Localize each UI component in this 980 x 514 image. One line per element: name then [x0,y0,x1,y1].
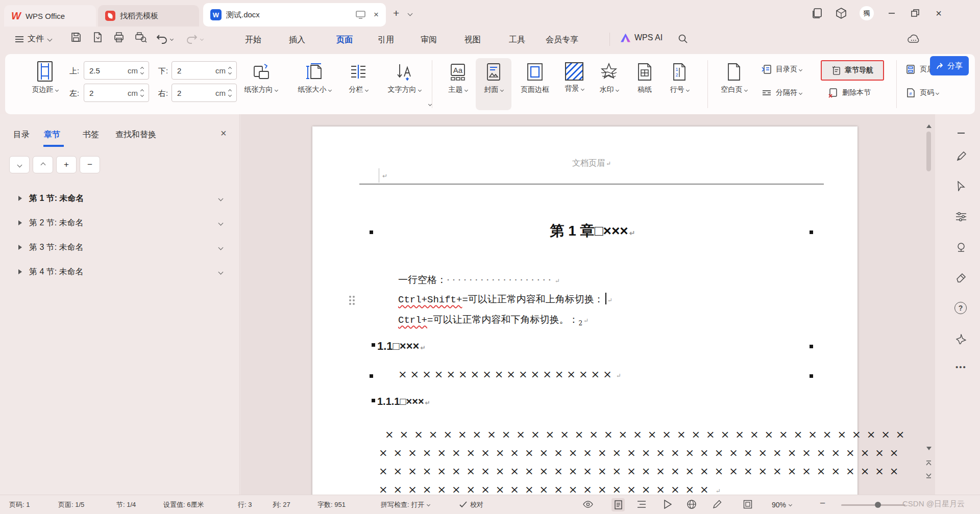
margin-right-input[interactable]: 2cm [172,84,237,102]
stepper-icon[interactable] [141,90,143,96]
body-line-subscript[interactable]: Ctrl+=可以让正常内容和下角标切换。：2↵ [398,313,589,327]
close-pane-icon[interactable]: × [220,127,227,139]
paragraph-line[interactable]: ×××××××××××××××××××××××××××××××××××× [379,465,904,477]
menu-item-reference[interactable]: 引用 [378,35,394,45]
menu-item-member[interactable]: 会员专享 [546,35,578,45]
zoom-out-button[interactable]: − [820,498,825,509]
expand-arrow-icon[interactable] [18,196,22,201]
section-item[interactable]: 第 2 节: 未命名 [0,211,240,235]
tab-wps-home[interactable]: W WPS Office [4,5,96,27]
section-item[interactable]: 第 1 节: 未命名 [0,187,240,210]
present-screen-icon[interactable] [356,11,365,19]
close-tab-icon[interactable]: × [374,10,379,20]
outline-view-icon[interactable] [637,500,646,508]
paper-orientation-button[interactable]: 纸张方向 [237,62,284,94]
collapse-toolbar-icon[interactable] [954,126,968,140]
settings-sliders-icon[interactable] [954,210,968,223]
section-menu-chevron-icon[interactable] [218,196,224,201]
body-line-spacing[interactable]: 一行空格：···················↵ [398,273,560,287]
section-menu-chevron-icon[interactable] [218,245,224,250]
page-view-icon[interactable] [611,498,625,511]
edit-mode-icon[interactable] [713,500,722,509]
menu-item-view[interactable]: 视图 [464,35,481,45]
blank-page-button[interactable]: 空白页 [716,62,752,94]
vertical-scrollbar[interactable] [925,114,933,495]
minimize-window-icon[interactable] [886,8,897,19]
page-header-text[interactable]: 文档页眉↵ [312,158,857,169]
delete-section-button[interactable]: 删除本节 [828,88,871,98]
app-box-icon[interactable] [835,7,847,19]
section-item[interactable]: 第 3 节: 未命名 [0,236,240,259]
menu-item-review[interactable]: 审阅 [421,35,437,45]
pane-tab-find-replace[interactable]: 查找和替换 [115,130,156,140]
share-button[interactable]: 分享 [930,56,969,75]
zoom-level[interactable]: 90% [772,501,792,509]
section-break-button[interactable]: 分隔符 [762,88,802,98]
help-icon[interactable]: ? [954,302,967,314]
previous-page-button[interactable] [925,460,932,467]
ribbon-expand-chevron-icon[interactable] [428,102,432,106]
navigate-icon[interactable] [954,332,968,346]
status-column[interactable]: 列: 27 [273,500,290,509]
status-page-number[interactable]: 页码: 1 [9,500,30,509]
section-menu-chevron-icon[interactable] [218,269,224,274]
status-setting-value[interactable]: 设置值: 6厘米 [163,500,204,509]
page-margins-button[interactable]: 页边距 [29,61,61,94]
remove-section-button[interactable]: − [80,156,100,173]
columns-button[interactable]: 分栏 [340,62,377,94]
margin-top-input[interactable]: 2.5cm [84,61,149,80]
search-icon[interactable] [678,34,688,44]
theme-button[interactable]: Aa 主题 [442,62,474,94]
zoom-slider-handle[interactable] [875,502,881,508]
stepper-icon[interactable] [141,67,143,74]
paper-size-button[interactable]: 纸张大小 [291,62,338,94]
next-page-button[interactable] [925,472,932,479]
pane-tab-toc[interactable]: 目录 [13,130,30,140]
chapter-title[interactable]: 第 1 章□×××↵ [312,221,857,241]
file-menu[interactable]: 文件 [15,34,52,44]
status-page-of[interactable]: 页面: 1/5 [58,500,84,509]
heading-1-1-1[interactable]: 1.1.1□×××↵ [372,396,430,407]
eye-protect-icon[interactable] [583,500,593,508]
drag-handle-icon[interactable] [349,296,356,307]
select-cursor-icon[interactable] [954,179,968,193]
collapse-all-button[interactable] [33,156,53,173]
fit-page-icon[interactable] [743,500,752,509]
zoom-slider-track[interactable] [841,504,905,506]
workspace-pages-icon[interactable] [812,8,823,19]
line-number-button[interactable]: 12 行号 [664,62,695,94]
stamp-seal-icon[interactable] [954,241,968,254]
add-section-button[interactable]: + [56,156,77,173]
status-spellcheck[interactable]: 拼写检查: 打开 [381,500,430,509]
fullscreen-play-icon[interactable] [664,500,672,509]
document-page[interactable]: 文档页眉↵ ↵ 第 1 章□×××↵ 一行空格：················… [312,126,857,495]
scrollbar-thumb[interactable] [926,132,931,171]
page-number-button[interactable]: # 页码 [905,88,939,98]
close-window-icon[interactable]: × [933,8,944,19]
paragraph-line[interactable]: ×××××××××××××××××××××××↵ [379,483,726,495]
menu-item-home[interactable]: 开始 [245,35,261,45]
print-preview-icon[interactable] [135,32,147,43]
tab-template-store[interactable]: 找稻壳模板 [98,5,199,27]
margin-bottom-input[interactable]: 2cm [172,61,237,80]
print-icon[interactable] [113,32,125,43]
text-direction-button[interactable]: 文字方向 [381,62,428,94]
redo-icon[interactable] [186,34,198,44]
cloud-status-icon[interactable] [906,34,921,45]
pane-tab-bookmarks[interactable]: 书签 [83,130,99,140]
section-menu-chevron-icon[interactable] [218,220,224,225]
toc-page-button[interactable]: 目录页 [762,64,802,74]
manuscript-paper-button[interactable]: 稿纸 [629,62,660,94]
redo-chevron-icon[interactable] [200,37,204,40]
expand-arrow-icon[interactable] [18,220,22,225]
undo-chevron-icon[interactable] [170,37,174,40]
heading-1-1[interactable]: 1.1□×××↵ [372,340,425,353]
export-pdf-icon[interactable] [92,32,103,43]
expand-arrow-icon[interactable] [18,269,22,274]
menu-item-page[interactable]: 页面 [336,35,353,45]
body-line-x[interactable]: ××××××××××××××××××↵ [398,368,624,380]
expand-arrow-icon[interactable] [18,245,22,250]
more-tools-icon[interactable]: ••• [954,360,968,373]
paragraph-line[interactable]: ×××××××××××××××××××××××××××××××××××× [385,428,910,441]
expand-all-button[interactable] [9,156,30,173]
